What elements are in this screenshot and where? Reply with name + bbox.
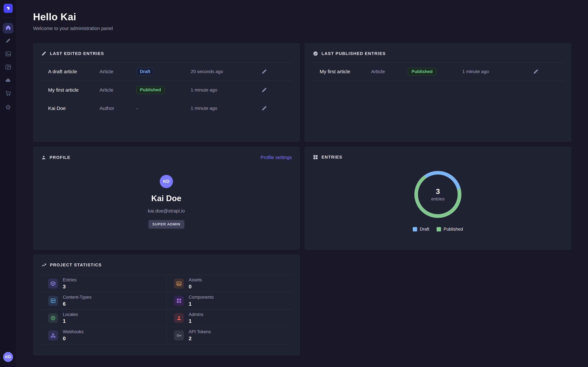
person-icon bbox=[42, 155, 46, 160]
stat-value: 1 bbox=[63, 318, 78, 324]
edit-entry-button[interactable] bbox=[262, 87, 292, 93]
sidebar-item-plugins[interactable] bbox=[3, 76, 13, 86]
entry-status: Published bbox=[408, 68, 462, 76]
page-subtitle: Welcome to your administration panel bbox=[33, 26, 571, 31]
entry-name: A draft article bbox=[48, 69, 100, 74]
stat-value: 0 bbox=[63, 335, 84, 342]
pencil-icon bbox=[262, 106, 267, 111]
stat-value: 1 bbox=[189, 318, 203, 324]
profile-card: PROFILE Profile settings KD Kai Doe kai.… bbox=[33, 147, 300, 250]
profile-body: KD Kai Doe kai.doe@strapi.io SUPER ADMIN bbox=[34, 175, 299, 229]
pencil-icon bbox=[262, 69, 267, 74]
key-icon bbox=[174, 330, 184, 340]
stat-label: Entries bbox=[63, 277, 77, 283]
stat-label: Components bbox=[189, 295, 214, 300]
stat-admins: Admins1 bbox=[166, 309, 292, 327]
entry-name: My first article bbox=[48, 87, 100, 93]
legend-label: Published bbox=[444, 227, 463, 232]
trend-up-icon bbox=[42, 263, 46, 267]
sidebar: ⚙ KD bbox=[0, 0, 17, 367]
stat-entries: Entries3 bbox=[41, 275, 166, 292]
entry-type: Article bbox=[100, 87, 136, 93]
entry-time: 1 minute ago bbox=[462, 69, 533, 74]
stat-label: Locales bbox=[63, 312, 78, 317]
profile-name: Kai Doe bbox=[151, 194, 181, 203]
check-circle-icon bbox=[313, 51, 318, 56]
status-badge: Published bbox=[408, 68, 436, 76]
stat-label: Webhooks bbox=[63, 329, 84, 334]
sidebar-item-content-manager[interactable] bbox=[3, 62, 13, 73]
page-header: Hello Kai Welcome to your administration… bbox=[33, 11, 571, 31]
entry-type: Article bbox=[100, 69, 136, 74]
edit-entry-button[interactable] bbox=[262, 69, 292, 74]
chart-legend: Draft Published bbox=[413, 227, 463, 232]
status-empty: - bbox=[136, 106, 138, 111]
pencil-icon bbox=[262, 87, 267, 93]
blocks-icon bbox=[313, 155, 318, 159]
stat-label: Assets bbox=[189, 277, 202, 283]
stat-value: 3 bbox=[63, 284, 77, 290]
card-title: ENTRIES bbox=[322, 155, 343, 159]
sidebar-item-media-library[interactable] bbox=[3, 49, 13, 60]
entry-type: Author bbox=[100, 106, 136, 111]
box-icon bbox=[48, 279, 58, 289]
card-head: ENTRIES bbox=[305, 147, 571, 164]
sidebar-item-home[interactable] bbox=[3, 23, 13, 33]
stat-webhooks: Webhooks0 bbox=[41, 327, 166, 344]
entries-card: ENTRIES 3 entries Draft bbox=[305, 147, 571, 250]
stat-api-tokens: API Tokens2 bbox=[166, 327, 292, 344]
entry-time: 1 minute ago bbox=[191, 106, 262, 111]
stat-value: 2 bbox=[189, 335, 211, 342]
sidebar-item-content-type-builder[interactable] bbox=[3, 36, 13, 47]
stats-grid: Entries3 Assets0 Content-Types6 Componen… bbox=[41, 275, 292, 344]
sidebar-item-settings[interactable]: ⚙ bbox=[3, 102, 13, 113]
page-title: Hello Kai bbox=[33, 11, 571, 23]
table-row[interactable]: My first article Article Published 1 min… bbox=[312, 63, 563, 81]
project-statistics-card: PROJECT STATISTICS Entries3 Assets0 Cont… bbox=[33, 255, 300, 355]
published-swatch bbox=[437, 227, 441, 232]
entries-unit: entries bbox=[431, 197, 444, 202]
gear-icon: ⚙ bbox=[5, 104, 11, 110]
sidebar-item-marketplace[interactable] bbox=[3, 89, 13, 100]
donut-center-label: 3 entries bbox=[414, 171, 461, 218]
entries-count: 3 bbox=[436, 187, 440, 196]
last-edited-table: A draft article Article Draft 20 seconds… bbox=[41, 62, 292, 118]
globe-icon bbox=[48, 313, 58, 323]
stat-value: 0 bbox=[189, 284, 202, 290]
card-head: LAST PUBLISHED ENTRIES bbox=[305, 43, 571, 61]
app-root: ⚙ KD Hello Kai Welcome to your administr… bbox=[0, 0, 588, 367]
profile-settings-link[interactable]: Profile settings bbox=[260, 155, 292, 160]
stat-components: Components1 bbox=[166, 292, 292, 309]
edit-entry-button[interactable] bbox=[533, 69, 563, 74]
legend-label: Draft bbox=[420, 227, 429, 232]
last-edited-entries-card: LAST EDITED ENTRIES A draft article Arti… bbox=[33, 43, 300, 142]
image-icon bbox=[174, 279, 184, 289]
layout-icon bbox=[5, 64, 11, 72]
user-avatar[interactable]: KD bbox=[3, 352, 13, 362]
stat-assets: Assets0 bbox=[166, 275, 292, 292]
card-title: LAST PUBLISHED ENTRIES bbox=[322, 51, 386, 56]
strapi-logo[interactable] bbox=[4, 4, 13, 13]
table-row[interactable]: Kai Doe Author - 1 minute ago bbox=[41, 99, 292, 118]
entry-type: Article bbox=[371, 69, 408, 74]
home-icon bbox=[5, 24, 11, 32]
card-title: PROJECT STATISTICS bbox=[50, 263, 102, 267]
entry-status: Published bbox=[136, 86, 191, 94]
table-row[interactable]: A draft article Article Draft 20 seconds… bbox=[41, 63, 292, 81]
entry-name: Kai Doe bbox=[48, 106, 100, 111]
last-published-entries-card: LAST PUBLISHED ENTRIES My first article … bbox=[305, 43, 571, 142]
sidebar-divider bbox=[3, 17, 13, 18]
entry-status: Draft bbox=[136, 68, 191, 76]
pencil-icon bbox=[533, 69, 538, 74]
table-row[interactable]: My first article Article Published 1 min… bbox=[41, 81, 292, 99]
stat-label: API Tokens bbox=[189, 329, 211, 334]
webhook-icon bbox=[48, 330, 58, 340]
card-head: PROFILE Profile settings bbox=[34, 147, 299, 165]
card-head: PROJECT STATISTICS bbox=[34, 255, 299, 272]
media-library-icon bbox=[5, 51, 11, 58]
legend-item-published: Published bbox=[437, 227, 463, 232]
dashboard-grid: LAST EDITED ENTRIES A draft article Arti… bbox=[33, 43, 571, 355]
profile-email: kai.doe@strapi.io bbox=[148, 208, 185, 214]
edit-entry-button[interactable] bbox=[262, 106, 292, 111]
entries-chart-body: 3 entries Draft Published bbox=[305, 164, 571, 232]
